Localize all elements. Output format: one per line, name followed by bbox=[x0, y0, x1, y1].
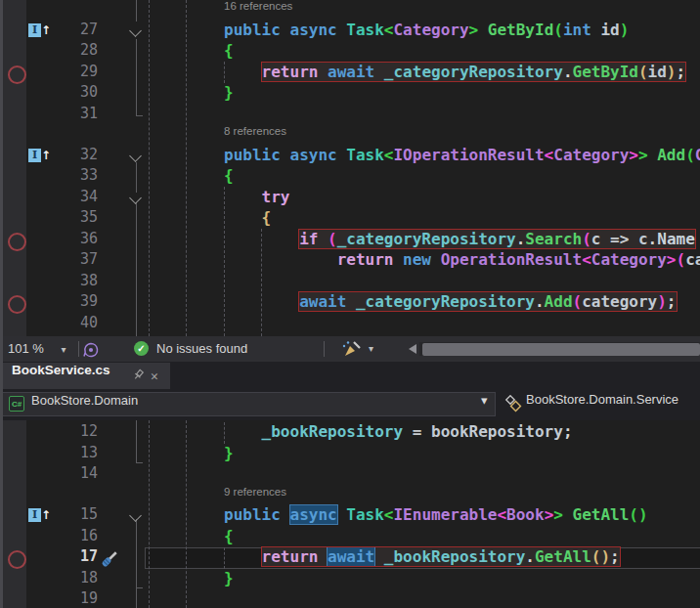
breakpoint-statement-outline: return await _categoryRepository.GetById… bbox=[262, 63, 686, 81]
breakpoint-disabled-icon[interactable] bbox=[8, 233, 26, 251]
csharp-project-icon: C# bbox=[9, 396, 24, 412]
outlining-line bbox=[136, 420, 137, 462]
line-number[interactable]: 16 bbox=[27, 527, 98, 548]
code-line[interactable]: if (_categoryRepository.Search(c => c.Na… bbox=[149, 230, 695, 251]
symbol-dropdown[interactable]: BookStore.Domain.Service bbox=[501, 392, 700, 416]
line-number[interactable]: 30 bbox=[27, 83, 98, 105]
separator bbox=[78, 341, 79, 357]
breakpoint-statement-outline: return await _bookRepository.GetAll(); bbox=[262, 547, 620, 566]
code-line[interactable]: return new OperationResult<Category>(cat bbox=[149, 250, 700, 272]
symbol-name: BookStore.Domain.Service bbox=[526, 392, 678, 414]
horizontal-scrollbar-thumb[interactable] bbox=[422, 343, 700, 356]
line-number[interactable]: 37 bbox=[27, 250, 98, 272]
top-editor-pane[interactable]: 16 references27I↑ public async Task<Cate… bbox=[0, 0, 700, 336]
line-number[interactable]: 38 bbox=[27, 272, 98, 293]
health-check-icon: ✓ bbox=[134, 341, 149, 356]
zoom-level-select[interactable]: 101 % ▾ bbox=[8, 336, 66, 362]
code-line[interactable]: public async Task<IEnumerable<Book>> Get… bbox=[149, 505, 648, 527]
issues-status-text[interactable]: No issues found bbox=[156, 336, 247, 362]
breakpoint-statement-outline: await _categoryRepository.Add(category); bbox=[299, 292, 676, 311]
code-cleanup-dropdown[interactable]: ▾ bbox=[369, 336, 373, 362]
code-line[interactable]: { bbox=[149, 527, 234, 548]
code-line[interactable]: { bbox=[149, 208, 271, 230]
code-line[interactable]: } bbox=[149, 83, 234, 105]
zoom-level-value: 101 % bbox=[8, 341, 44, 356]
code-line[interactable]: { bbox=[149, 41, 234, 63]
breakpoint-disabled-icon[interactable] bbox=[8, 295, 26, 314]
code-line[interactable]: try bbox=[149, 188, 290, 209]
implements-interface-icon[interactable]: I↑ bbox=[28, 149, 51, 164]
interface-glyph: I bbox=[28, 23, 41, 37]
breakpoint-margin[interactable] bbox=[3, 0, 26, 336]
code-line[interactable]: } bbox=[149, 444, 234, 465]
line-number[interactable]: 36 bbox=[27, 230, 98, 251]
line-number[interactable]: 19 bbox=[27, 589, 98, 608]
separator bbox=[324, 341, 325, 357]
code-line[interactable]: } bbox=[149, 569, 234, 590]
line-number[interactable]: 40 bbox=[27, 314, 98, 335]
codelens-references[interactable]: 8 references bbox=[224, 125, 286, 146]
bottom-editor-pane[interactable]: 12 _bookRepository = bookRepository;13 }… bbox=[0, 420, 700, 608]
code-line[interactable]: public async Task<IOperationResult<Categ… bbox=[149, 146, 700, 167]
outlining-region-end bbox=[136, 587, 143, 588]
line-number[interactable]: 34 bbox=[27, 188, 98, 209]
code-line[interactable]: { bbox=[149, 166, 234, 188]
copilot-icon[interactable] bbox=[83, 341, 99, 357]
line-number[interactable]: 39 bbox=[27, 292, 98, 314]
tab-title: BookService.cs bbox=[12, 363, 110, 389]
editor-status-bar: 101 % ▾ ✓ No issues found ▾ bbox=[0, 336, 700, 362]
check-glyph: ✓ bbox=[137, 343, 145, 354]
ide-window: 16 references27I↑ public async Task<Cate… bbox=[0, 0, 700, 608]
fold-chevron-icon[interactable] bbox=[129, 192, 142, 204]
outlining-line bbox=[136, 202, 137, 336]
fold-chevron-icon[interactable] bbox=[129, 24, 142, 37]
outlining-line bbox=[136, 519, 137, 587]
breakpoint-statement-outline: if (_categoryRepository.Search(c => c.Na… bbox=[299, 230, 695, 248]
line-number[interactable]: 28 bbox=[27, 41, 98, 63]
line-number[interactable]: 33 bbox=[27, 166, 98, 188]
window-edge bbox=[0, 0, 3, 608]
outlining-line bbox=[136, 587, 137, 608]
close-icon[interactable]: ✕ bbox=[151, 369, 158, 382]
code-line[interactable]: return await _categoryRepository.GetById… bbox=[149, 63, 685, 84]
codelens-references[interactable]: 16 references bbox=[224, 0, 292, 21]
line-number[interactable]: 29 bbox=[27, 63, 98, 84]
breakpoint-disabled-icon[interactable] bbox=[8, 65, 26, 84]
line-number[interactable]: 31 bbox=[27, 105, 98, 126]
fold-chevron-icon[interactable] bbox=[129, 509, 142, 522]
line-number[interactable]: 14 bbox=[27, 464, 98, 486]
line-number[interactable]: 17 bbox=[27, 547, 98, 569]
implements-interface-icon[interactable]: I↑ bbox=[28, 23, 51, 39]
outlining-line bbox=[136, 39, 137, 115]
navigation-bar: C# BookStore.Domain ▾ BookStore.Domain.S… bbox=[0, 389, 700, 420]
implements-interface-icon[interactable]: I↑ bbox=[28, 508, 51, 524]
screwdriver-cursor-icon bbox=[97, 548, 120, 576]
code-line[interactable]: _bookRepository = bookRepository; bbox=[149, 422, 573, 444]
breakpoint-disabled-icon[interactable] bbox=[8, 550, 26, 569]
breakpoint-margin[interactable] bbox=[3, 420, 26, 608]
project-name: BookStore.Domain bbox=[31, 393, 138, 415]
outlining-line bbox=[136, 0, 137, 22]
code-line[interactable]: public async Task<Category> GetById(int … bbox=[149, 21, 629, 42]
up-arrow-icon: ↑ bbox=[41, 508, 51, 522]
codelens-references[interactable]: 9 references bbox=[224, 486, 286, 506]
pin-tab-icon[interactable] bbox=[132, 369, 145, 384]
outlining-region-end bbox=[136, 462, 143, 463]
interface-glyph: I bbox=[28, 508, 41, 522]
outlining-region-end bbox=[136, 115, 143, 116]
line-number[interactable]: 13 bbox=[27, 444, 98, 465]
line-number[interactable]: 12 bbox=[27, 422, 98, 444]
document-tab-bar: BookService.cs ✕ bbox=[0, 362, 700, 389]
outlining-line bbox=[136, 162, 137, 193]
fold-chevron-icon[interactable] bbox=[129, 150, 142, 162]
scroll-left-arrow[interactable] bbox=[409, 344, 416, 354]
chevron-down-icon: ▾ bbox=[481, 393, 488, 415]
code-line[interactable]: return await _bookRepository.GetAll(); bbox=[149, 547, 620, 569]
code-line[interactable]: await _categoryRepository.Add(category); bbox=[149, 292, 677, 314]
code-cleanup-icon[interactable] bbox=[341, 340, 363, 358]
tab-bookservice[interactable]: BookService.cs ✕ bbox=[2, 363, 170, 389]
project-dropdown[interactable]: C# BookStore.Domain ▾ bbox=[2, 392, 496, 416]
line-number[interactable]: 35 bbox=[27, 208, 98, 230]
line-number[interactable]: 18 bbox=[27, 569, 98, 590]
up-arrow-icon: ↑ bbox=[41, 23, 51, 37]
